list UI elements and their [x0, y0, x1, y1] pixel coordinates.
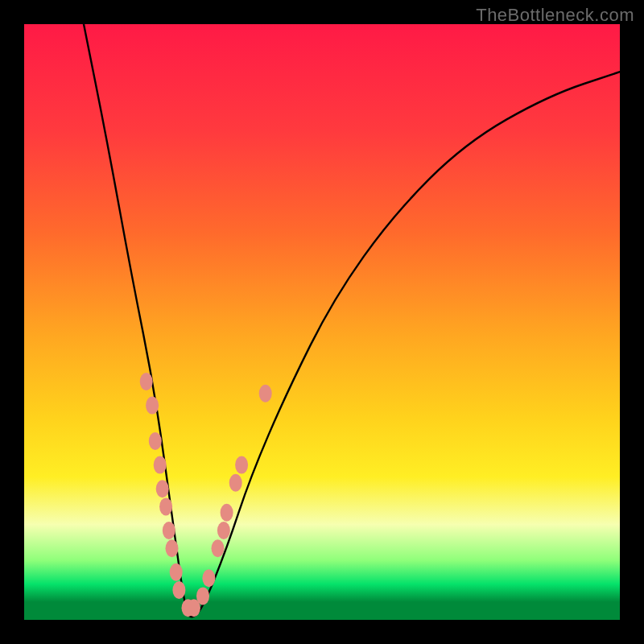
curve-marker	[154, 456, 167, 474]
curve-marker	[259, 385, 272, 402]
plot-area	[24, 24, 620, 620]
curve-marker	[172, 581, 185, 599]
curve-marker	[212, 539, 225, 557]
marker-group	[140, 373, 272, 617]
watermark-text: TheBottleneck.com	[476, 5, 634, 26]
curve-marker	[202, 569, 215, 587]
curve-marker	[146, 397, 159, 415]
curve-marker	[235, 456, 248, 474]
curve-marker	[170, 564, 183, 581]
curve-marker	[196, 587, 209, 605]
curve-marker	[156, 480, 169, 497]
curve-marker	[221, 504, 233, 522]
curve-marker	[140, 373, 153, 390]
curve-marker	[149, 432, 162, 450]
curve-marker	[166, 539, 179, 557]
curve-marker	[163, 522, 175, 539]
curve-marker	[159, 497, 172, 515]
curve-marker	[229, 474, 242, 492]
curve-layer	[24, 24, 620, 620]
curve-marker	[217, 522, 230, 539]
chart-root: TheBottleneck.com	[0, 0, 644, 644]
